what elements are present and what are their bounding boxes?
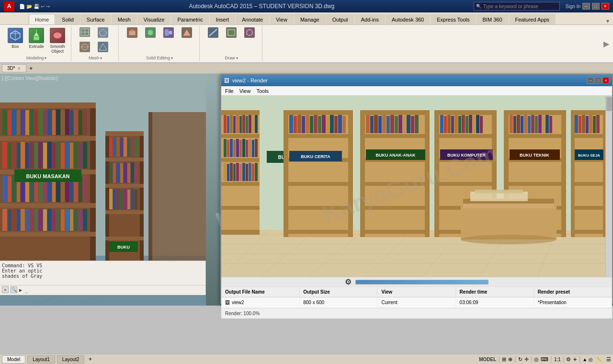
tab-solid[interactable]: Solid: [56, 14, 79, 24]
open-icon[interactable]: 📂: [26, 4, 32, 9]
mesh-btn-3[interactable]: [76, 41, 93, 53]
svg-rect-104: [25, 209, 29, 231]
maximize-button[interactable]: □: [592, 3, 600, 10]
tab-insert[interactable]: Insert: [210, 14, 236, 24]
tab-express-tools[interactable]: Express Tools: [431, 14, 476, 24]
svg-rect-102: [17, 209, 20, 231]
mesh-btn-2[interactable]: [94, 27, 112, 38]
mesh-btn-4[interactable]: [94, 41, 112, 53]
render-title-buttons: ─ □ ✕: [587, 77, 609, 84]
drawing-tab-3d[interactable]: 3D* ✕: [2, 64, 26, 72]
svg-rect-203: [252, 140, 254, 157]
file-icon: 🖼: [225, 300, 230, 305]
object-snap-icon[interactable]: ◎: [534, 356, 539, 363]
svg-rect-78: [79, 143, 82, 169]
settings-icon[interactable]: ⚙: [566, 356, 571, 363]
draw-btn-2[interactable]: [223, 27, 240, 38]
render-menu-tools[interactable]: Tools: [256, 88, 269, 94]
command-prompt: ▶ _: [19, 287, 28, 293]
progress-fill: [356, 280, 488, 284]
svg-rect-207: [230, 163, 233, 181]
svg-text:BUKU ANAK-ANAK: BUKU ANAK-ANAK: [375, 153, 416, 158]
tab-autodesk360[interactable]: Autodesk 360: [386, 14, 430, 24]
render-restore-button[interactable]: □: [595, 77, 602, 84]
undo-icon[interactable]: ↩: [41, 4, 45, 9]
render-scrollbar[interactable]: [605, 96, 612, 277]
tab-addins[interactable]: Add-ins: [355, 14, 385, 24]
tab-close-icon[interactable]: ✕: [17, 66, 21, 71]
render-menu-file[interactable]: File: [225, 88, 234, 94]
tab-bim360[interactable]: BIM 360: [477, 14, 509, 24]
solid-edit-btn-4[interactable]: [178, 27, 195, 38]
tab-manage[interactable]: Manage: [294, 14, 326, 24]
box-button[interactable]: Box: [6, 27, 25, 50]
command-line-3: shades of Gray: [2, 273, 204, 279]
svg-rect-114: [70, 209, 73, 231]
solid-edit-btn-2[interactable]: [142, 27, 159, 38]
draw-btn-1[interactable]: [204, 27, 222, 38]
svg-point-22: [247, 30, 252, 35]
tab-visualize[interactable]: Visualize: [137, 14, 171, 24]
close-button[interactable]: ✕: [602, 3, 609, 10]
tab-output[interactable]: Output: [326, 14, 354, 24]
ribbon-options[interactable]: ▾: [602, 18, 613, 24]
tab-layout1[interactable]: Layout1: [27, 355, 55, 364]
tab-mesh[interactable]: Mesh: [112, 14, 137, 24]
cmd-close-button[interactable]: ✕: [2, 286, 9, 293]
search-box[interactable]: 🔍 Type a keyword or phrase: [474, 2, 560, 11]
render-window-icon: 🖼: [224, 78, 229, 83]
add-layout-button[interactable]: +: [86, 355, 94, 363]
svg-rect-47: [25, 110, 29, 135]
workspace-icon[interactable]: ☰: [606, 356, 611, 363]
minimize-button[interactable]: ─: [582, 3, 590, 10]
mesh-btn-1[interactable]: [76, 27, 93, 37]
snap-icon[interactable]: ⊕: [508, 356, 512, 363]
svg-rect-147: [116, 189, 120, 209]
cmd-search-button[interactable]: 🔍: [11, 286, 17, 293]
cursor-icon[interactable]: ✛: [524, 356, 529, 363]
tab-view[interactable]: View: [270, 14, 294, 24]
rotate-icon[interactable]: ↻: [518, 356, 522, 363]
tab-annotate[interactable]: Annotate: [236, 14, 269, 24]
smooth-object-icon: [50, 28, 65, 43]
add-status-icon[interactable]: +: [573, 355, 577, 363]
sign-in-button[interactable]: Sign In: [566, 4, 580, 9]
command-area: Command: VS VS Enter an optic shades of …: [0, 261, 206, 295]
draw-btn-3[interactable]: [241, 27, 258, 38]
render-close-button[interactable]: ✕: [602, 77, 609, 84]
svg-rect-209: [236, 163, 239, 181]
add-tab-button[interactable]: +: [27, 65, 35, 72]
render-minimize-button[interactable]: ─: [587, 77, 594, 84]
extrude-button[interactable]: Extrude: [27, 27, 46, 50]
smooth-object-button[interactable]: SmoothObject: [48, 27, 67, 55]
solid-edit-btn-3[interactable]: [160, 27, 177, 38]
tab-parametric[interactable]: Parametric: [171, 14, 209, 24]
svg-rect-214: [252, 164, 254, 181]
tab-surface[interactable]: Surface: [80, 14, 111, 24]
render-menu-view[interactable]: View: [239, 88, 251, 94]
solid-editing-label[interactable]: Solid Editing ▾: [146, 55, 173, 60]
svg-rect-202: [249, 139, 251, 157]
svg-rect-213: [249, 163, 251, 181]
solid-edit-btn-1[interactable]: [124, 27, 141, 38]
svg-marker-4: [34, 32, 39, 36]
svg-rect-63: [12, 142, 16, 169]
progress-icon: ⚙: [345, 277, 352, 286]
draw-label[interactable]: Draw ▾: [225, 55, 238, 60]
grid-icon[interactable]: ⊞: [502, 356, 506, 363]
svg-rect-188: [239, 116, 242, 133]
mesh-label[interactable]: Mesh ▾: [89, 55, 102, 60]
tab-layout2[interactable]: Layout2: [57, 355, 85, 364]
tab-home[interactable]: Home: [29, 14, 55, 24]
tab-model[interactable]: Model: [2, 355, 25, 364]
save-icon[interactable]: 💾: [34, 4, 39, 9]
redo-icon[interactable]: ↪: [46, 4, 50, 9]
svg-rect-149: [124, 189, 127, 209]
tab-featured-apps[interactable]: Featured Apps: [509, 14, 556, 24]
ribbon-right-arrow[interactable]: ▶: [603, 39, 609, 48]
draw-icon-2: [226, 27, 237, 38]
new-icon[interactable]: 📄: [19, 4, 25, 9]
svg-rect-111: [56, 209, 60, 231]
modeling-label[interactable]: Modeling ▾: [26, 55, 47, 60]
dynamic-input-icon[interactable]: ⌨: [541, 356, 548, 363]
